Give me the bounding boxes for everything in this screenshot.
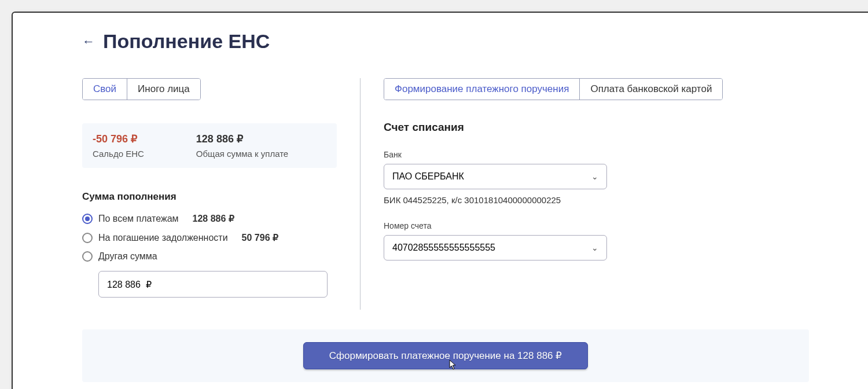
radio-debt[interactable]: На погашение задолженности 50 796 ₽ xyxy=(82,232,337,243)
tab-other-person[interactable]: Иного лица xyxy=(127,79,200,100)
account-label: Номер счета xyxy=(384,221,809,230)
total-label: Общая сумма к уплате xyxy=(196,149,288,159)
radio-icon-checked xyxy=(82,214,93,224)
balance-label: Сальдо ЕНС xyxy=(93,149,144,159)
main-content: Свой Иного лица -50 796 ₽ Сальдо ЕНС 128… xyxy=(82,78,809,310)
amount-radios: По всем платежам 128 886 ₽ На погашение … xyxy=(82,213,337,262)
balance-value: -50 796 ₽ xyxy=(93,133,144,145)
payment-method-tabs: Формирование платежного поручения Оплата… xyxy=(384,78,723,100)
left-panel: Свой Иного лица -50 796 ₽ Сальдо ЕНС 128… xyxy=(82,78,360,310)
tab-bank-card[interactable]: Оплата банковской картой xyxy=(579,79,722,100)
bank-detail-text: БИК 044525225, к/с 30101810400000000225 xyxy=(384,195,809,205)
radio-label: На погашение задолженности xyxy=(98,233,228,243)
right-panel: Формирование платежного поручения Оплата… xyxy=(360,78,809,310)
amount-input-wrapper[interactable] xyxy=(98,271,328,298)
account-select[interactable]: 40702855555555555555 ⌄ xyxy=(384,235,607,260)
bank-label: Банк xyxy=(384,150,809,159)
debit-account-title: Счет списания xyxy=(384,121,809,134)
radio-icon-unchecked xyxy=(82,251,93,262)
back-arrow-icon[interactable]: ← xyxy=(82,34,95,49)
tab-own[interactable]: Свой xyxy=(83,79,127,100)
page-header: ← Пополнение ЕНС xyxy=(82,30,809,53)
balance-info-box: -50 796 ₽ Сальдо ЕНС 128 886 ₽ Общая сум… xyxy=(82,123,337,168)
footer-bar: Сформировать платежное поручение на 128 … xyxy=(82,329,809,382)
account-select-value: 40702855555555555555 xyxy=(392,243,495,253)
amount-input[interactable] xyxy=(107,279,319,289)
chevron-down-icon: ⌄ xyxy=(591,172,598,181)
amount-heading: Сумма пополнения xyxy=(82,191,337,203)
submit-button[interactable]: Сформировать платежное поручение на 128 … xyxy=(303,342,589,369)
bank-select-value: ПАО СБЕРБАНК xyxy=(392,171,464,182)
radio-icon-unchecked xyxy=(82,233,93,243)
radio-label: По всем платежам xyxy=(98,214,179,224)
radio-other-amount[interactable]: Другая сумма xyxy=(82,251,337,262)
tab-payment-order[interactable]: Формирование платежного поручения xyxy=(384,79,579,100)
radio-amount: 128 886 ₽ xyxy=(193,213,234,224)
balance-item: -50 796 ₽ Сальдо ЕНС xyxy=(93,133,144,159)
total-item: 128 886 ₽ Общая сумма к уплате xyxy=(196,133,288,159)
cursor-icon xyxy=(449,359,457,370)
radio-label: Другая сумма xyxy=(98,251,157,262)
page-frame: ← Пополнение ЕНС Свой Иного лица -50 796… xyxy=(12,12,868,389)
chevron-down-icon: ⌄ xyxy=(591,243,598,252)
bank-select[interactable]: ПАО СБЕРБАНК ⌄ xyxy=(384,164,607,189)
page-title: Пополнение ЕНС xyxy=(103,30,270,53)
payer-tabs: Свой Иного лица xyxy=(82,78,201,100)
radio-amount: 50 796 ₽ xyxy=(242,232,278,243)
radio-all-payments[interactable]: По всем платежам 128 886 ₽ xyxy=(82,213,337,224)
total-value: 128 886 ₽ xyxy=(196,133,288,145)
